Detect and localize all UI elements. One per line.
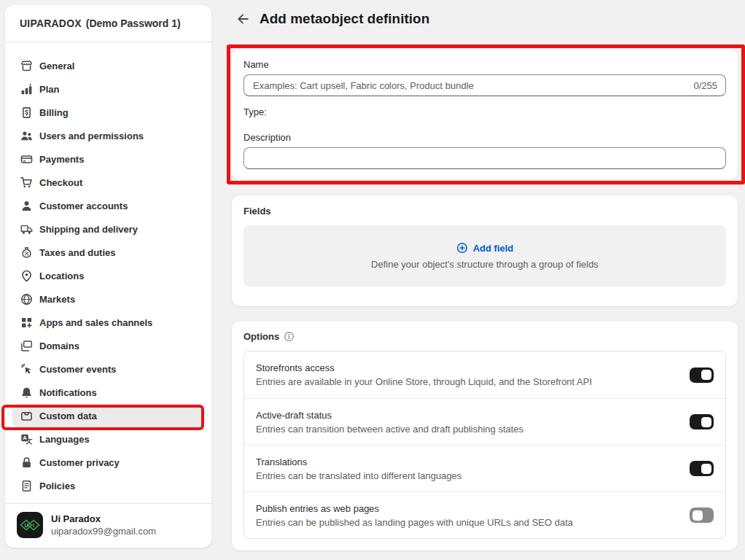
lock-icon: [20, 456, 33, 469]
option-description: Entries can transition between active an…: [256, 424, 523, 435]
sidebar-item-checkout[interactable]: Checkout: [12, 171, 204, 194]
option-description: Entries can be published as landing page…: [256, 517, 573, 528]
fields-card: Fields Add field Define your object's st…: [232, 195, 738, 306]
sidebar-item-plan[interactable]: Plan: [12, 77, 204, 101]
store-name: UIPARADOX: [20, 18, 82, 29]
toggle-knob: [701, 370, 711, 380]
option-text: TranslationsEntries can be translated in…: [256, 456, 461, 481]
sidebar-item-label: Apps and sales channels: [39, 317, 152, 328]
users-icon: [20, 130, 33, 142]
fields-empty-panel: Add field Define your object's structure…: [243, 225, 726, 287]
option-title: Active-draft status: [256, 410, 523, 421]
sidebar-item-label: Shipping and delivery: [39, 224, 138, 235]
truck-icon: [20, 223, 33, 236]
sidebar-item-label: Markets: [39, 294, 75, 305]
person-icon: [20, 200, 33, 212]
option-title: Translations: [256, 456, 461, 467]
store-icon: [20, 60, 33, 72]
sidebar-item-payments[interactable]: Payments: [12, 147, 204, 171]
toggle-knob: [693, 510, 703, 521]
settings-page: UIPARADOX (Demo Password 1) GeneralPlanB…: [0, 0, 745, 560]
sidebar-item-customer-accounts[interactable]: Customer accounts: [12, 194, 204, 217]
options-heading-row: Options: [243, 331, 726, 342]
svg-text:I: I: [33, 523, 34, 528]
sidebar-item-shipping-and-delivery[interactable]: Shipping and delivery: [12, 217, 204, 241]
option-text: Storefronts accessEntries are available …: [256, 362, 592, 387]
sidebar-item-label: Checkout: [39, 177, 82, 188]
location-pin-icon: [20, 270, 33, 282]
sidebar-item-notifications[interactable]: Notifications: [12, 381, 204, 404]
options-card: Options Storefronts accessEntries are av…: [232, 321, 738, 551]
sidebar-item-domains[interactable]: Domains: [12, 334, 204, 357]
sidebar-item-label: Customer accounts: [39, 201, 128, 211]
main-header: Add metaobject definition: [233, 9, 429, 28]
sidebar-item-label: Locations: [39, 271, 84, 281]
taxes-icon: [20, 246, 33, 259]
sidebar-item-languages[interactable]: ALanguages: [12, 427, 204, 451]
sidebar-item-label: Payments: [39, 154, 84, 165]
option-row-translations: TranslationsEntries can be translated in…: [244, 445, 725, 491]
sidebar-item-billing[interactable]: Billing: [12, 101, 204, 124]
sidebar-item-label: Languages: [39, 434, 90, 445]
description-label: Description: [243, 132, 726, 143]
profile-email: uiparadox99@gmail.com: [51, 526, 156, 537]
sidebar-item-customer-events[interactable]: Customer events: [12, 357, 204, 381]
add-field-label: Add field: [473, 243, 514, 254]
sidebar-item-markets[interactable]: Markets: [12, 287, 204, 311]
storefronts-access-toggle[interactable]: [690, 368, 714, 383]
sidebar-item-apps-and-sales-channels[interactable]: Apps and sales channels: [12, 311, 204, 334]
page-title: Add metaobject definition: [260, 11, 429, 27]
plus-circle-icon: [456, 242, 468, 254]
info-icon[interactable]: [284, 331, 295, 342]
name-input-wrap: 0/255: [243, 74, 726, 96]
sidebar-item-label: Plan: [39, 84, 59, 95]
sidebar-item-label: Custom data: [39, 411, 97, 421]
add-field-button[interactable]: Add field: [456, 242, 514, 254]
sidebar-item-general[interactable]: General: [12, 54, 204, 77]
cursor-click-icon: [20, 363, 33, 376]
sidebar-item-users-and-permissions[interactable]: Users and permissions: [12, 124, 204, 147]
cart-icon: [20, 176, 33, 189]
description-input[interactable]: [243, 147, 726, 169]
policies-icon: [20, 480, 33, 492]
sidebar-item-label: General: [39, 61, 74, 71]
sidebar-store-header: UIPARADOX (Demo Password 1): [5, 5, 211, 42]
sidebar-item-locations[interactable]: Locations: [12, 264, 204, 287]
database-icon: [20, 410, 33, 422]
plan-chart-icon: [20, 83, 33, 96]
sidebar-nav: GeneralPlanBillingUsers and permissionsP…: [5, 42, 211, 503]
option-text: Active-draft statusEntries can transitio…: [256, 410, 523, 435]
translations-toggle[interactable]: [690, 461, 714, 476]
sidebar-item-label: Customer privacy: [39, 457, 120, 468]
option-description: Entries are available in your Online Sto…: [256, 376, 592, 387]
sidebar-item-label: Customer events: [39, 364, 116, 375]
bell-icon: [20, 386, 33, 399]
settings-sidebar: UIPARADOX (Demo Password 1) GeneralPlanB…: [5, 5, 211, 548]
fields-helper-text: Define your object's structure through a…: [371, 259, 598, 270]
sidebar-profile-row[interactable]: UI Ui Paradox uiparadox99@gmail.com: [5, 503, 211, 548]
sidebar-item-label: Users and permissions: [39, 131, 144, 141]
option-title: Publish entries as web pages: [256, 503, 573, 514]
svg-text:U: U: [24, 523, 28, 528]
sidebar-item-taxes-and-duties[interactable]: Taxes and duties: [12, 241, 204, 264]
translate-icon: A: [20, 433, 33, 446]
sidebar-item-label: Billing: [39, 107, 69, 118]
option-row-storefronts-access: Storefronts accessEntries are available …: [244, 351, 725, 398]
sidebar-item-label: Taxes and duties: [39, 247, 116, 258]
type-label: Type:: [243, 106, 726, 117]
back-arrow-icon[interactable]: [233, 9, 252, 28]
sidebar-item-policies[interactable]: Policies: [12, 474, 204, 497]
sidebar-item-label: Policies: [39, 481, 75, 491]
active-draft-status-toggle[interactable]: [690, 414, 714, 429]
fields-heading: Fields: [243, 206, 726, 217]
name-char-counter: 0/255: [693, 80, 717, 91]
options-panel: Storefronts accessEntries are available …: [243, 351, 726, 539]
publish-entries-as-web-pages-toggle[interactable]: [690, 508, 714, 523]
definition-card: Name 0/255 Type: Description: [232, 49, 738, 180]
option-text: Publish entries as web pagesEntries can …: [256, 503, 573, 528]
profile-info: Ui Paradox uiparadox99@gmail.com: [51, 513, 156, 537]
sidebar-item-label: Notifications: [39, 387, 97, 398]
name-input[interactable]: [243, 74, 726, 96]
sidebar-item-custom-data[interactable]: Custom data: [12, 404, 204, 427]
sidebar-item-customer-privacy[interactable]: Customer privacy: [12, 451, 204, 474]
